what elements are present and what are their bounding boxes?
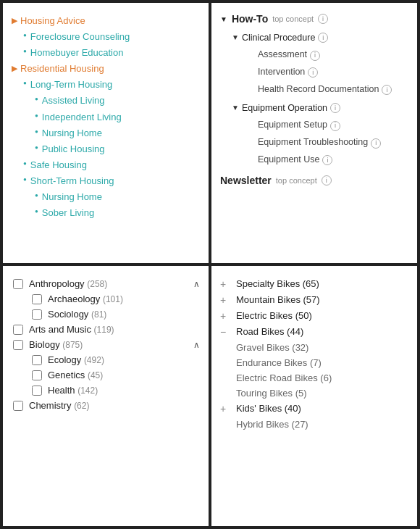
bike-label: Electric Road Bikes (6) — [236, 372, 408, 383]
bike-label: Touring Bikes (5) — [236, 388, 408, 399]
tree-item: ●Safe Housing — [12, 157, 200, 173]
bike-label[interactable]: Specialty Bikes (65) — [236, 278, 408, 289]
howto-title: How-To — [232, 13, 268, 25]
bike-row: +Specialty Bikes (65) — [220, 276, 408, 292]
howto-panel: ▼How-Totop concepti▼Clinical ProcedureiA… — [211, 3, 417, 263]
section-arrow-icon: ▼ — [232, 102, 239, 114]
section-info-icon[interactable]: i — [318, 33, 328, 43]
category-count: (142) — [77, 386, 98, 396]
howto-child-label[interactable]: Assessment — [258, 49, 307, 59]
howto-child-item: Equipment Setupi — [232, 117, 408, 134]
newsletter-top-concept-label: top concept — [276, 176, 317, 185]
tree-leaf-label[interactable]: Sober Living — [42, 205, 94, 221]
howto-child-label[interactable]: Intervention — [258, 67, 305, 77]
howto-child-label[interactable]: Health Record Documentation — [258, 84, 379, 94]
category-label: Chemistry (62) — [29, 400, 200, 411]
category-label: Sociology (81) — [48, 309, 200, 320]
category-checkbox[interactable] — [32, 294, 42, 304]
category-checkbox[interactable] — [32, 355, 42, 365]
child-info-icon[interactable]: i — [330, 121, 340, 131]
checkbox-row: Anthropology (258)∧ — [12, 276, 200, 291]
howto-child-label[interactable]: Equipment Use — [258, 154, 319, 164]
bullet-icon: ● — [23, 29, 27, 42]
checkbox-row: Arts and Music (119) — [12, 322, 200, 337]
category-count: (45) — [88, 370, 103, 380]
category-label: Biology (875) — [29, 339, 188, 350]
tree-leaf-label[interactable]: Nursing Home — [42, 125, 102, 141]
child-info-icon[interactable]: i — [310, 51, 320, 61]
bike-row: Gravel Bikes (32) — [220, 340, 408, 355]
category-label: Anthropology (258) — [29, 278, 188, 289]
bike-row: +Electric Bikes (50) — [220, 308, 408, 324]
section-title[interactable]: Clinical Procedure — [242, 30, 315, 45]
section-info-icon[interactable]: i — [330, 103, 340, 113]
top-concept-label: top concept — [272, 14, 314, 23]
bullet-icon: ● — [23, 77, 27, 90]
chevron-up-icon[interactable]: ∧ — [193, 340, 200, 350]
tree-category-label[interactable]: Residential Housing — [20, 61, 104, 77]
tree-leaf-label[interactable]: Foreclosure Counseling — [30, 29, 130, 45]
howto-header: ▼How-Totop concepti — [220, 13, 408, 25]
tree-leaf-label[interactable]: Long-Term Housing — [30, 77, 112, 93]
tree-item: ●Assisted Living — [12, 93, 200, 109]
checkbox-row: Ecology (492) — [12, 352, 200, 367]
tree-leaf-label[interactable]: Short-Term Housing — [30, 173, 114, 189]
category-label: Ecology (492) — [48, 354, 200, 365]
category-checkbox[interactable] — [32, 386, 42, 396]
category-count: (81) — [91, 309, 106, 320]
expand-collapse-icon[interactable]: + — [220, 403, 230, 415]
tree-item: ●Long-Term Housing — [12, 77, 200, 93]
expand-collapse-icon[interactable]: + — [220, 310, 230, 322]
checkbox-row: Health (142) — [12, 383, 200, 398]
bike-label[interactable]: Kids' Bikes (40) — [236, 403, 408, 414]
category-checkbox[interactable] — [13, 325, 23, 335]
category-count: (101) — [103, 294, 123, 304]
chevron-up-icon[interactable]: ∧ — [193, 279, 200, 289]
category-label: Arts and Music (119) — [29, 324, 200, 335]
tree-category-label[interactable]: Housing Advice — [20, 13, 85, 29]
tree-leaf-label[interactable]: Nursing Home — [42, 189, 102, 205]
howto-child-label[interactable]: Equipment Setup — [258, 120, 327, 130]
howto-child-label[interactable]: Equipment Troubleshooting — [258, 137, 368, 147]
howto-child-item: Health Record Documentationi — [232, 81, 408, 99]
category-checkbox[interactable] — [13, 340, 23, 350]
tree-leaf-label[interactable]: Public Housing — [42, 141, 105, 157]
section-title[interactable]: Equipment Operation — [242, 101, 327, 115]
category-checkbox[interactable] — [13, 279, 23, 289]
tree-leaf-label[interactable]: Independent Living — [42, 109, 122, 125]
category-checkbox[interactable] — [32, 370, 42, 380]
bike-label: Gravel Bikes (32) — [236, 342, 408, 353]
bike-label[interactable]: Road Bikes (44) — [236, 326, 408, 337]
checkbox-row: Genetics (45) — [12, 367, 200, 383]
expand-collapse-icon[interactable]: − — [220, 326, 230, 338]
bullet-icon: ● — [35, 109, 38, 122]
category-checkbox[interactable] — [32, 309, 42, 320]
tree-item: ●Foreclosure Counseling — [12, 29, 200, 45]
tree-arrow-icon: ▶ — [12, 61, 17, 76]
tree-arrow-icon: ▶ — [12, 13, 17, 28]
newsletter-info-icon[interactable]: i — [322, 175, 332, 186]
bike-label[interactable]: Electric Bikes (50) — [236, 310, 408, 321]
category-checkbox[interactable] — [13, 401, 23, 411]
checkbox-row: Chemistry (62) — [12, 398, 200, 413]
category-count: (258) — [87, 279, 107, 289]
expand-collapse-icon[interactable]: + — [220, 278, 230, 290]
category-count: (875) — [62, 340, 83, 350]
bullet-icon: ● — [23, 173, 27, 186]
tree-leaf-label[interactable]: Safe Housing — [30, 157, 87, 173]
bike-row: Touring Bikes (5) — [220, 386, 408, 401]
howto-child-item: Equipment Usei — [232, 151, 408, 169]
expand-collapse-icon[interactable]: + — [220, 294, 230, 306]
bullet-icon: ● — [35, 189, 38, 202]
info-icon[interactable]: i — [318, 14, 328, 24]
checkbox-row: Sociology (81) — [12, 307, 200, 322]
child-info-icon[interactable]: i — [308, 67, 318, 78]
tree-leaf-label[interactable]: Homebuyer Education — [30, 45, 124, 61]
bike-label[interactable]: Mountain Bikes (57) — [236, 294, 408, 305]
bullet-icon: ● — [23, 45, 27, 58]
child-info-icon[interactable]: i — [382, 85, 392, 95]
child-info-icon[interactable]: i — [322, 155, 332, 165]
howto-arrow-icon: ▼ — [220, 15, 227, 23]
tree-leaf-label[interactable]: Assisted Living — [42, 93, 105, 109]
child-info-icon[interactable]: i — [371, 138, 381, 149]
